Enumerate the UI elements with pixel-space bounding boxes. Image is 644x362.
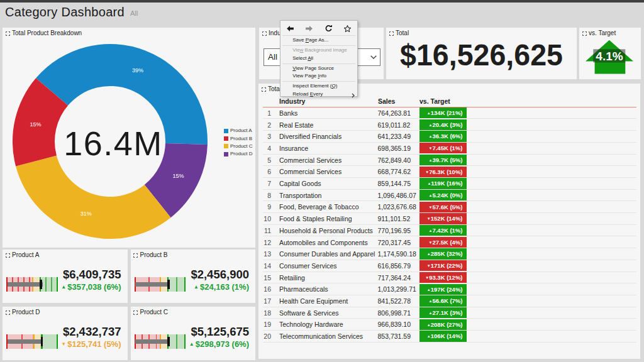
svg-text:31%: 31%	[80, 211, 92, 217]
svg-text:4.1%: 4.1%	[596, 50, 623, 63]
svg-text:39%: 39%	[132, 67, 143, 74]
svg-text:15%: 15%	[172, 173, 184, 179]
svg-text:15%: 15%	[30, 121, 41, 128]
